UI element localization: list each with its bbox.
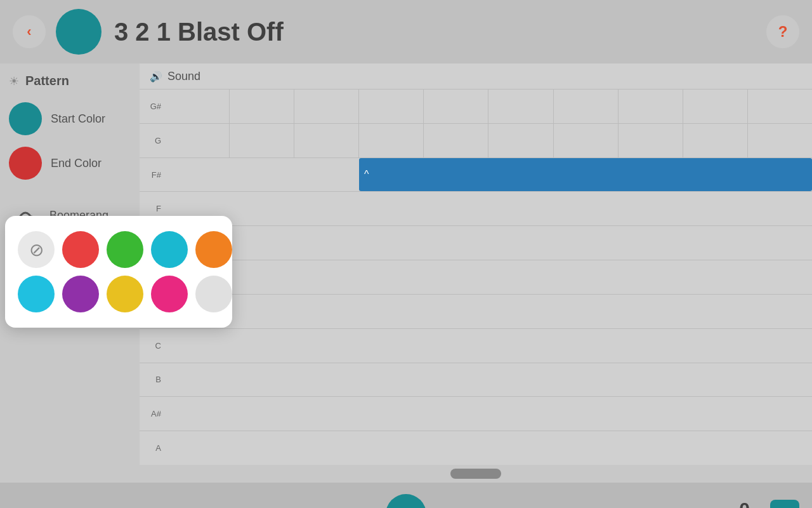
footer: ▶ 0 notes left + — [0, 483, 812, 508]
grid-row-g — [165, 123, 812, 157]
color-pink-button[interactable] — [151, 276, 188, 312]
note-label-asharp: A# — [140, 396, 165, 431]
color-yellow-button[interactable] — [107, 276, 143, 312]
page-title: 3 2 1 Blast Off — [114, 18, 284, 46]
note-label-c: C — [140, 328, 165, 363]
end-color-row[interactable]: End Color — [9, 144, 131, 182]
color-teal-button[interactable] — [151, 231, 188, 268]
sidebar-header: ☀ Pattern — [9, 74, 131, 88]
add-note-button[interactable]: + — [770, 500, 799, 508]
note-label-a: A — [140, 431, 165, 465]
color-orange-button[interactable] — [195, 231, 232, 268]
note-label-b: B — [140, 363, 165, 397]
note-label-gsharp: G# — [140, 89, 165, 123]
grid-rows: ^ — [165, 89, 812, 465]
grid-header-label: Sound — [167, 70, 200, 83]
grid-row-a — [165, 431, 812, 465]
header: ‹ 3 2 1 Blast Off ? — [0, 0, 812, 64]
color-red-button[interactable] — [62, 231, 99, 268]
back-button[interactable]: ‹ — [13, 15, 46, 48]
note-caret: ^ — [364, 169, 369, 180]
grid-row-dsharp — [165, 260, 812, 294]
color-none-button[interactable]: ⊘ — [18, 231, 55, 268]
grid-container: G# G F# F E D# D C B A# A — [140, 89, 812, 465]
grid-area: 🔊 Sound G# G F# F E D# D C B A# A — [140, 64, 812, 483]
grid-header: 🔊 Sound — [140, 64, 812, 89]
notes-left-text: 0 notes left — [726, 498, 763, 508]
grid-row-fsharp: ^ — [165, 157, 812, 192]
start-color-swatch — [9, 102, 42, 135]
grid-row-e — [165, 225, 812, 260]
grid-row-f — [165, 191, 812, 225]
grid-cells-wrapper: ^ — [165, 89, 812, 465]
avatar — [56, 9, 102, 55]
notes-count: 0 — [726, 498, 763, 508]
grid-row-gsharp — [165, 89, 812, 123]
sun-icon: ☀ — [9, 74, 19, 88]
sidebar-title: Pattern — [25, 74, 69, 88]
help-button[interactable]: ? — [766, 15, 799, 48]
start-color-row[interactable]: Start Color — [9, 100, 131, 138]
scroll-thumb[interactable] — [450, 469, 501, 479]
note-label-fsharp: F# — [140, 157, 165, 192]
color-cyan-button[interactable] — [18, 276, 55, 312]
grid-row-b — [165, 363, 812, 397]
color-purple-button[interactable] — [62, 276, 99, 312]
scroll-area — [140, 465, 812, 483]
end-color-swatch — [9, 147, 42, 180]
note-block-fsharp[interactable]: ^ — [359, 158, 812, 192]
color-green-button[interactable] — [107, 231, 143, 268]
play-button[interactable]: ▶ — [386, 494, 426, 508]
grid-row-c — [165, 328, 812, 363]
start-color-label: Start Color — [51, 112, 105, 126]
end-color-label: End Color — [51, 157, 102, 170]
sound-icon: 🔊 — [150, 70, 162, 83]
grid-inner: G# G F# F E D# D C B A# A — [140, 89, 812, 465]
grid-row-asharp — [165, 396, 812, 431]
note-label-g: G — [140, 123, 165, 157]
color-picker-popup: ⊘ — [5, 216, 232, 328]
color-white-button[interactable] — [195, 276, 232, 312]
grid-row-d — [165, 294, 812, 328]
notes-left-area: 0 notes left + — [726, 498, 799, 508]
